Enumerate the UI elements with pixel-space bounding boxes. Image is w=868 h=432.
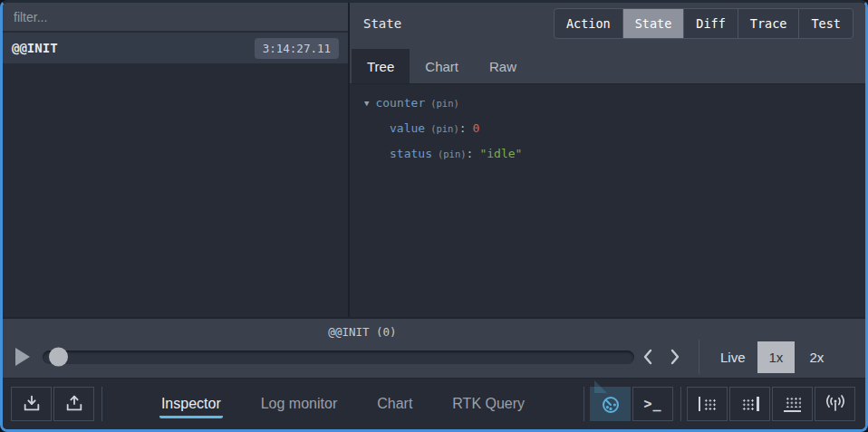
timeline-slider[interactable]	[43, 350, 634, 364]
tab-chart[interactable]: Chart	[375, 390, 414, 418]
main-panels: @@INIT 3:14:27.11 State Action State Dif…	[3, 3, 865, 317]
state-tree: ▼ counter (pin) value (pin) : 0 status (…	[350, 84, 865, 317]
tab-action[interactable]: Action	[554, 8, 623, 39]
tree-value-string: "idle"	[479, 147, 522, 160]
bottom-toolbar: Inspector Log monitor Chart RTK Query >_	[3, 378, 865, 429]
next-action-button[interactable]	[661, 343, 689, 370]
tree-key: status	[390, 147, 432, 160]
toolbar-divider	[680, 387, 681, 421]
state-view-tab-group: Tree Chart Raw	[350, 44, 865, 84]
chevron-left-icon	[642, 349, 653, 365]
dock-right-button[interactable]	[729, 387, 770, 421]
action-name: @@INIT	[12, 41, 255, 55]
action-list-item[interactable]: @@INIT 3:14:27.11	[3, 33, 348, 64]
current-action-label: @@INIT (0)	[328, 325, 396, 339]
play-icon	[14, 347, 31, 367]
tab-inspector[interactable]: Inspector	[159, 390, 223, 418]
toolbar-divider	[583, 387, 584, 421]
import-icon	[22, 394, 42, 414]
state-panel: State Action State Diff Trace Test Tree …	[350, 3, 865, 317]
terminal-icon: >_	[643, 396, 661, 412]
action-timestamp-badge: 3:14:27.11	[255, 38, 339, 59]
pin-button[interactable]: (pin)	[438, 149, 467, 159]
tab-rtk-query[interactable]: RTK Query	[450, 390, 526, 418]
state-panel-header: State Action State Diff Trace Test	[350, 3, 865, 44]
monitor-tab-group: Inspector Log monitor Chart RTK Query	[108, 390, 578, 418]
tree-key: counter	[375, 96, 425, 110]
live-button[interactable]: Live	[711, 341, 755, 373]
subtab-raw[interactable]: Raw	[474, 49, 532, 83]
action-list-empty-area	[3, 64, 348, 317]
pause-recording-button[interactable]	[590, 387, 631, 421]
slider-thumb[interactable]	[49, 348, 68, 367]
tree-node-status[interactable]: status (pin) : "idle"	[364, 147, 865, 172]
dock-bottom-icon	[784, 396, 801, 412]
filter-input[interactable]	[3, 10, 348, 24]
dispatcher-button[interactable]: >_	[632, 387, 673, 421]
speed-2x-button[interactable]: 2x	[797, 341, 835, 373]
import-button[interactable]	[11, 387, 52, 421]
colon: :	[467, 147, 474, 160]
time-travel-player: @@INIT (0) Live 1x	[3, 317, 865, 379]
speed-1x-button[interactable]: 1x	[757, 341, 796, 373]
export-icon	[64, 394, 84, 414]
dock-bottom-button[interactable]	[772, 387, 813, 421]
expander-icon[interactable]: ▼	[364, 99, 369, 108]
tab-log-monitor[interactable]: Log monitor	[259, 390, 340, 418]
redux-devtools-window: @@INIT 3:14:27.11 State Action State Dif…	[0, 0, 868, 432]
panel-title: State	[363, 16, 554, 31]
dock-left-button[interactable]	[687, 387, 728, 421]
chevron-right-icon	[670, 349, 680, 365]
tree-node-value[interactable]: value (pin) : 0	[364, 121, 865, 147]
play-button[interactable]	[3, 347, 43, 367]
tab-test[interactable]: Test	[798, 8, 854, 39]
tab-state[interactable]: State	[622, 8, 685, 39]
export-button[interactable]	[53, 387, 94, 421]
remote-button[interactable]	[815, 387, 855, 421]
dock-left-icon	[699, 397, 717, 411]
subtab-chart[interactable]: Chart	[410, 49, 474, 83]
broadcast-icon	[824, 394, 847, 414]
action-list-panel: @@INIT 3:14:27.11	[3, 3, 350, 317]
pin-button[interactable]: (pin)	[430, 123, 459, 134]
tree-value-number: 0	[473, 121, 480, 135]
toolbar-divider	[101, 387, 102, 421]
dock-right-icon	[741, 397, 759, 411]
player-controls: Live 1x 2x	[3, 339, 865, 375]
inspector-tab-group: Action State Diff Trace Test	[554, 8, 854, 39]
tab-trace[interactable]: Trace	[738, 8, 800, 39]
stopwatch-icon	[600, 393, 622, 415]
tree-node-counter[interactable]: ▼ counter (pin)	[364, 96, 865, 121]
previous-action-button[interactable]	[634, 343, 661, 370]
player-divider	[699, 340, 699, 374]
tree-key: value	[390, 121, 425, 135]
filter-bar	[3, 3, 348, 33]
subtab-tree[interactable]: Tree	[352, 49, 410, 83]
tab-diff[interactable]: Diff	[683, 8, 738, 39]
pin-button[interactable]: (pin)	[430, 98, 459, 109]
colon: :	[459, 121, 467, 135]
